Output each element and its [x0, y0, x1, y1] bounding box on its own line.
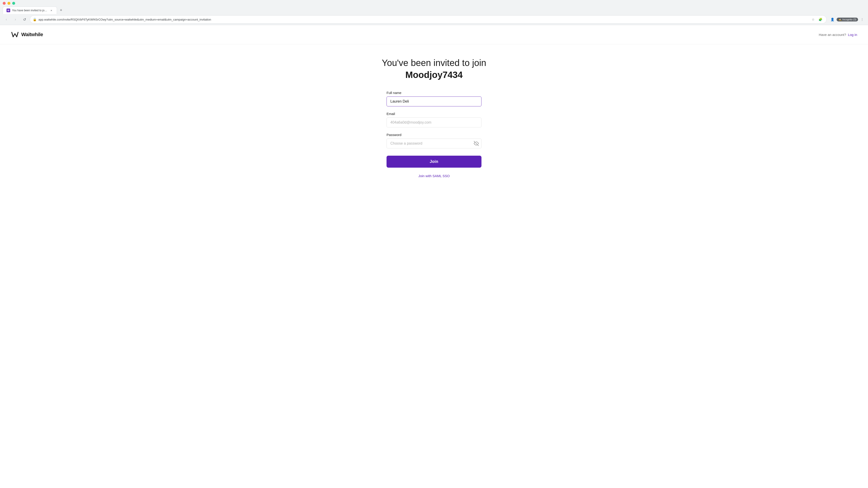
password-label: Password — [386, 133, 482, 137]
email-label: Email — [386, 112, 482, 116]
tab-close-btn[interactable]: ✕ — [50, 8, 53, 12]
lock-icon: 🔒 — [33, 18, 37, 21]
bookmark-icon[interactable]: ☆ — [810, 16, 816, 23]
new-tab-button[interactable]: + — [58, 7, 64, 13]
saml-sso-link[interactable]: Join with SAML SSO — [386, 174, 482, 178]
profile-icon[interactable]: 👤 — [829, 16, 836, 23]
page-content: Waitwhile Have an account? Log in You've… — [0, 25, 868, 486]
menu-icon[interactable]: ⋮ — [859, 16, 865, 23]
address-bar-row: ‹ › ↺ 🔒 app.waitwhile.com/invite/RSQtVbF… — [0, 14, 868, 25]
page-header: Waitwhile Have an account? Log in — [0, 25, 868, 44]
browser-chrome: W You have been invited to join a ✕ + ‹ … — [0, 0, 868, 25]
tab-favicon: W — [6, 8, 10, 12]
close-window-btn[interactable] — [3, 2, 6, 5]
incognito-badge: 🕵 Incognito (3) — [837, 18, 858, 22]
invite-org-name: Moodjoy7434 — [405, 70, 463, 80]
address-bar[interactable]: 🔒 app.waitwhile.com/invite/RSQtVbF6TyKWf… — [30, 15, 827, 24]
full-name-label: Full name — [386, 91, 482, 95]
join-button[interactable]: Join — [386, 156, 482, 168]
browser-menu-area: 👤 🕵 Incognito (3) ⋮ — [829, 16, 865, 23]
tab-title: You have been invited to join a — [12, 9, 48, 12]
minimize-window-btn[interactable] — [7, 2, 10, 5]
email-field-group: Email — [386, 112, 482, 127]
email-input[interactable] — [386, 118, 482, 127]
full-name-field: Full name — [386, 91, 482, 106]
active-tab[interactable]: W You have been invited to join a ✕ — [3, 6, 57, 14]
waitwhile-logo-text: Waitwhile — [21, 32, 43, 37]
reload-button[interactable]: ↺ — [21, 16, 28, 23]
invite-title-line1: You've been invited to join — [382, 58, 486, 68]
waitwhile-logo-icon — [11, 31, 19, 39]
tab-bar: W You have been invited to join a ✕ + — [0, 6, 868, 14]
window-controls — [3, 2, 15, 5]
login-link[interactable]: Log in — [848, 33, 857, 37]
have-account-text: Have an account? — [819, 33, 846, 37]
forward-button[interactable]: › — [12, 16, 19, 23]
password-wrapper — [386, 138, 482, 149]
main-content: You've been invited to join Moodjoy7434 … — [344, 44, 524, 191]
extensions-icon[interactable]: 🧩 — [817, 16, 824, 23]
logo-area: Waitwhile — [11, 31, 43, 39]
address-bar-actions: ☆ 🧩 — [810, 16, 824, 23]
maximize-window-btn[interactable] — [12, 2, 15, 5]
password-input[interactable] — [386, 138, 482, 149]
browser-titlebar — [0, 0, 868, 6]
full-name-input[interactable] — [386, 96, 482, 106]
signup-form: Full name Email Password — [386, 91, 482, 178]
eye-off-svg — [474, 141, 479, 146]
password-toggle-icon[interactable] — [474, 141, 479, 146]
back-button[interactable]: ‹ — [3, 16, 10, 23]
header-auth: Have an account? Log in — [819, 33, 857, 37]
url-display: app.waitwhile.com/invite/RSQtVbF6TyKWf4S… — [38, 18, 808, 21]
password-field-group: Password — [386, 133, 482, 149]
